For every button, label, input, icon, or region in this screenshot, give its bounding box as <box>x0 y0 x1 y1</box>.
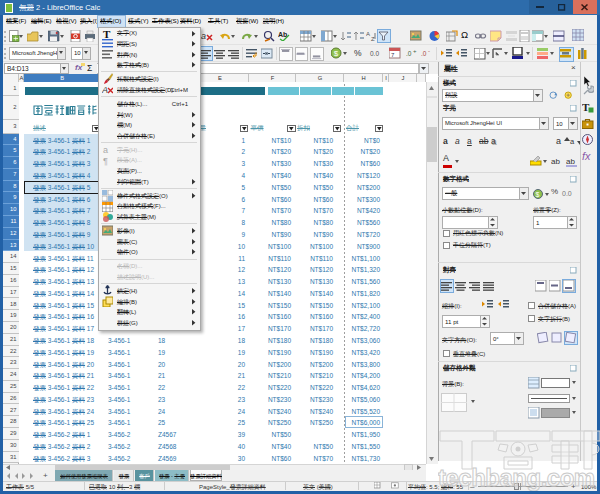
svg-text:A: A <box>102 85 108 95</box>
svg-text:T: T <box>103 28 111 39</box>
svg-text:a: a <box>201 31 206 41</box>
svg-text:$: $ <box>536 191 540 198</box>
svg-text:¶: ¶ <box>103 156 108 166</box>
svg-text:a: a <box>103 145 108 155</box>
svg-text:ab: ab <box>551 157 560 166</box>
svg-text:Ab: Ab <box>278 31 287 38</box>
svg-text:Z: Z <box>371 36 375 42</box>
svg-text:$: $ <box>334 49 339 58</box>
svg-text:techbang.com: techbang.com <box>438 464 595 491</box>
svg-text:A: A <box>366 31 370 37</box>
svg-text:ab: ab <box>566 157 575 166</box>
svg-text:fx: fx <box>582 150 591 162</box>
